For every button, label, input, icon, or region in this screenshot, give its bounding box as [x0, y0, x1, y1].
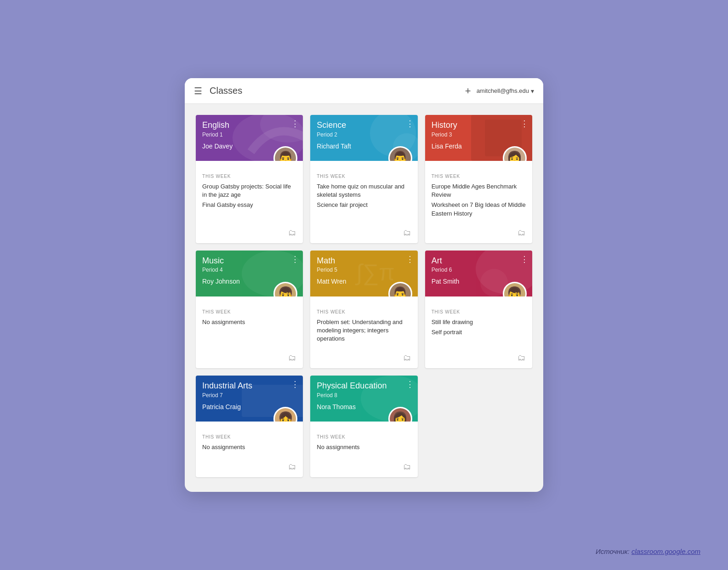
class-card-math[interactable]: ∫∑π Math Period 5 Matt Wren ⋮ 👨 THIS WEE… [310, 251, 417, 369]
card-menu-icon[interactable]: ⋮ [406, 119, 414, 129]
card-period: Period 3 [432, 131, 526, 138]
assignment-item: Still life drawing [432, 318, 526, 326]
source-link[interactable]: classroom.google.com [631, 547, 700, 555]
assignment-item: No assignments [202, 443, 296, 451]
folder-icon[interactable]: 🗂 [518, 353, 526, 363]
cards-grid: English Period 1 Joe Davey ⋮ 👨 THIS WEEK… [185, 104, 543, 477]
card-body: THIS WEEK Still life drawingSelf portrai… [425, 296, 532, 350]
card-class-name: Science [317, 120, 411, 131]
assignment-item: Take home quiz on muscular and skeletal … [317, 182, 411, 199]
card-body: THIS WEEK Europe Middle Ages Benchmark R… [425, 161, 532, 224]
card-footer: 🗂 [196, 458, 303, 477]
assignment-item: Worksheet on 7 Big Ideas of Middle Easte… [432, 201, 526, 217]
avatar-image: 👦 [504, 283, 525, 296]
card-footer: 🗂 [425, 349, 532, 368]
folder-icon[interactable]: 🗂 [518, 228, 526, 238]
card-class-name: History [432, 120, 526, 131]
user-account[interactable]: amitchell@gfhs.edu ▾ [477, 87, 534, 95]
class-card-english[interactable]: English Period 1 Joe Davey ⋮ 👨 THIS WEEK… [196, 115, 303, 243]
card-header: Industrial Arts Period 7 Patricia Craig … [196, 376, 303, 422]
card-header: ∫∑π Math Period 5 Matt Wren ⋮ 👨 [310, 251, 417, 296]
card-header: Physical Education Period 8 Nora Thomas … [310, 376, 417, 422]
class-card-history[interactable]: History Period 3 Lisa Ferda ⋮ 👩 THIS WEE… [425, 115, 532, 243]
card-header-content: Math Period 5 Matt Wren [317, 256, 411, 285]
assignment-item: Problem set: Understanding and modeling … [317, 318, 411, 343]
avatar-image: 👨 [390, 283, 411, 296]
card-class-name: Industrial Arts [202, 381, 296, 391]
class-card-industrial[interactable]: Industrial Arts Period 7 Patricia Craig … [196, 376, 303, 477]
source-text: Источник: [596, 547, 630, 555]
card-period: Period 4 [202, 267, 296, 273]
card-header-content: English Period 1 Joe Davey [202, 120, 296, 150]
card-header: Science Period 2 Richard Taft ⋮ 👨 [310, 115, 417, 161]
avatar-image: 👩 [504, 148, 525, 161]
card-body: THIS WEEK Problem set: Understanding and… [310, 296, 417, 350]
assignment-item: No assignments [317, 443, 411, 451]
top-bar: ☰ Classes + amitchell@gfhs.edu ▾ [185, 78, 543, 104]
folder-icon[interactable]: 🗂 [288, 228, 296, 238]
card-header-content: History Period 3 Lisa Ferda [432, 120, 526, 150]
card-body: THIS WEEK No assignments [196, 296, 303, 350]
folder-icon[interactable]: 🗂 [403, 462, 411, 472]
card-period: Period 2 [317, 131, 411, 138]
card-header: History Period 3 Lisa Ferda ⋮ 👩 [425, 115, 532, 161]
this-week-label: THIS WEEK [202, 434, 296, 439]
add-button[interactable]: + [465, 85, 471, 97]
card-body: THIS WEEK No assignments [196, 422, 303, 458]
card-footer: 🗂 [425, 224, 532, 243]
folder-icon[interactable]: 🗂 [403, 228, 411, 238]
card-menu-icon[interactable]: ⋮ [520, 119, 529, 129]
assignment-item: Europe Middle Ages Benchmark Review [432, 182, 526, 199]
hamburger-icon[interactable]: ☰ [194, 86, 202, 97]
this-week-label: THIS WEEK [202, 174, 296, 179]
card-header-content: Music Period 4 Roy Johnson [202, 256, 296, 285]
card-body: THIS WEEK Take home quiz on muscular and… [310, 161, 417, 224]
class-card-art[interactable]: Art Period 6 Pat Smith ⋮ 👦 THIS WEEK Sti… [425, 251, 532, 369]
card-footer: 🗂 [196, 224, 303, 243]
card-period: Period 1 [202, 131, 296, 138]
class-card-music[interactable]: Music Period 4 Roy Johnson ⋮ 👦 THIS WEEK… [196, 251, 303, 369]
class-card-science[interactable]: Science Period 2 Richard Taft ⋮ 👨 THIS W… [310, 115, 417, 243]
card-menu-icon[interactable]: ⋮ [520, 254, 529, 264]
card-class-name: Music [202, 256, 296, 266]
avatar-image: 👨 [275, 148, 296, 161]
card-menu-icon[interactable]: ⋮ [291, 119, 299, 129]
card-menu-icon[interactable]: ⋮ [406, 379, 414, 389]
user-email: amitchell@gfhs.edu [477, 87, 529, 94]
folder-icon[interactable]: 🗂 [403, 353, 411, 363]
avatar-image: 👧 [275, 408, 296, 422]
card-period: Period 6 [432, 267, 526, 273]
card-footer: 🗂 [310, 458, 417, 477]
card-menu-icon[interactable]: ⋮ [406, 254, 414, 264]
folder-icon[interactable]: 🗂 [288, 353, 296, 363]
this-week-label: THIS WEEK [432, 309, 526, 314]
this-week-label: THIS WEEK [317, 309, 411, 314]
assignment-item: Science fair project [317, 201, 411, 209]
folder-icon[interactable]: 🗂 [288, 462, 296, 472]
assignment-item: Group Gatsby projects: Social life in th… [202, 182, 296, 199]
assignment-item: Self portrait [432, 328, 526, 336]
this-week-label: THIS WEEK [317, 174, 411, 179]
card-menu-icon[interactable]: ⋮ [291, 254, 299, 264]
this-week-label: THIS WEEK [432, 174, 526, 179]
class-card-pe[interactable]: Physical Education Period 8 Nora Thomas … [310, 376, 417, 477]
assignment-item: Final Gatsby essay [202, 201, 296, 209]
card-period: Period 8 [317, 392, 411, 399]
card-class-name: Physical Education [317, 381, 411, 391]
avatar-image: 👨 [390, 148, 411, 161]
avatar-image: 👦 [275, 283, 296, 296]
card-class-name: Math [317, 256, 411, 266]
card-footer: 🗂 [196, 349, 303, 368]
card-body: THIS WEEK Group Gatsby projects: Social … [196, 161, 303, 224]
account-dropdown-icon[interactable]: ▾ [531, 87, 534, 95]
app-title: Classes [210, 86, 465, 96]
this-week-label: THIS WEEK [202, 309, 296, 314]
card-header-content: Physical Education Period 8 Nora Thomas [317, 381, 411, 410]
card-footer: 🗂 [310, 349, 417, 368]
assignment-item: No assignments [202, 318, 296, 326]
card-body: THIS WEEK No assignments [310, 422, 417, 458]
card-period: Period 5 [317, 267, 411, 273]
card-menu-icon[interactable]: ⋮ [291, 379, 299, 389]
this-week-label: THIS WEEK [317, 434, 411, 439]
card-class-name: English [202, 120, 296, 131]
